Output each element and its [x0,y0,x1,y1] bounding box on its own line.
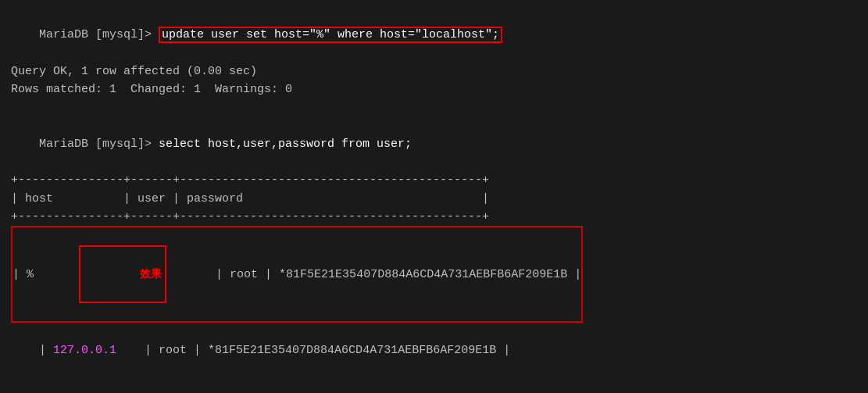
row1-start: | [13,266,27,284]
row1-host: % [27,266,34,284]
table-top-border: +---------------+------+----------------… [11,171,857,189]
row2-host: 127.0.0.1 [53,344,116,357]
row2-pipe1: | [39,344,53,357]
row2-sep2: | [187,344,208,357]
prompt-2: MariaDB [mysql]> [39,138,159,151]
update-command: update user set host="%" where host="loc… [159,27,502,43]
update-cmd-text: update user set host="%" where host="loc… [162,28,499,41]
data-row-3: | ::1 | root | *81F5E21E35407D884A6CD4A7… [11,377,857,393]
select-cmd-text: select host,user,password from user; [159,138,412,151]
row2-pad: | [116,344,159,357]
row2-user: root [159,344,187,357]
command-line-1: MariaDB [mysql]> update user set host="%… [11,8,857,63]
row1-sep2: | [258,266,279,284]
annotation-box: 效果 [79,245,166,303]
row2-end: | [496,344,510,357]
query-ok-line: Query OK, 1 row affected (0.00 sec) [11,63,857,80]
row1-annotation-container: 效果 [37,227,166,321]
row1-user: root [230,266,258,284]
data-row-2: | 127.0.0.1 | root | *81F5E21E35407D884A… [11,323,857,377]
row2-password: *81F5E21E35407D884A6CD4A731AEBFB6AF209E1… [208,344,496,357]
row1-end: | [567,266,581,284]
prompt-1: MariaDB [mysql]> [39,28,159,41]
annotation-text: 效果 [140,267,162,280]
terminal-window: MariaDB [mysql]> update user set host="%… [11,8,857,393]
data-row-1: | % 效果 | root | *81F5E21E35407D884A6CD4A… [11,226,583,323]
select-line: MariaDB [mysql]> select host,user,passwo… [11,117,857,172]
row1-password: *81F5E21E35407D884A6CD4A731AEBFB6AF209E1… [279,266,567,284]
row1-middle: | [166,266,230,284]
spacer-1 [11,98,857,116]
table-header: | host | user | password | [11,190,857,208]
rows-matched-line: Rows matched: 1 Changed: 1 Warnings: 0 [11,80,857,98]
table-separator: +---------------+------+----------------… [11,208,857,226]
